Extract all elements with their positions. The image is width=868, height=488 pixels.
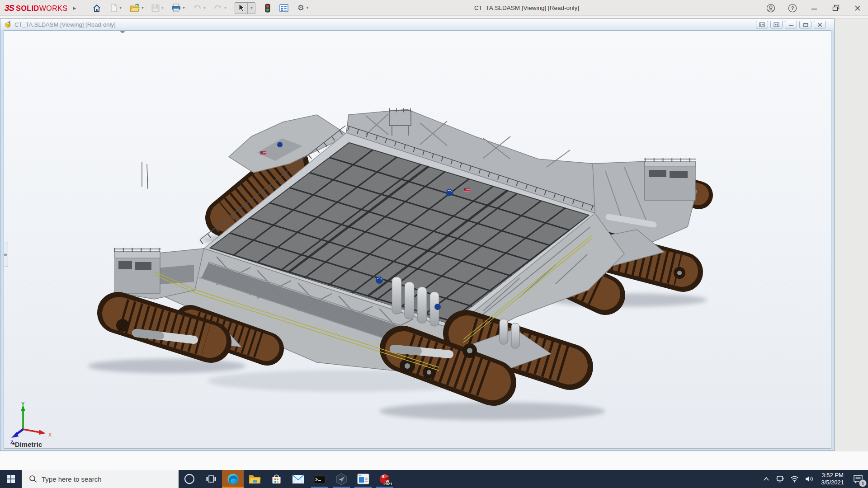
app-background	[835, 19, 868, 451]
doc-close-button[interactable]	[814, 21, 826, 28]
print-icon	[171, 4, 181, 12]
print-dropdown[interactable]: ▾	[183, 6, 185, 10]
restore-button[interactable]	[830, 2, 842, 14]
minimize-button[interactable]	[808, 2, 820, 14]
new-document-icon	[110, 4, 118, 12]
tray-wifi[interactable]	[787, 470, 802, 488]
chevron-up-icon	[763, 477, 769, 481]
window-title: CT_TA.SLDASM [Viewing] [Read-only]	[271, 0, 782, 16]
print-button[interactable]	[170, 2, 182, 14]
solidworks-logo: 3S SOLID WORKS	[5, 3, 68, 13]
select-cursor-icon	[237, 4, 245, 12]
system-window-icon	[357, 474, 369, 484]
command-prompt-icon	[314, 474, 326, 484]
tray-clock[interactable]: 3:52 PM 3/5/2021	[817, 470, 848, 488]
store-icon	[271, 474, 282, 485]
graphics-area[interactable]: Y X Z *Dimetric	[4, 30, 831, 449]
tray-display-connect[interactable]	[773, 470, 787, 488]
save-icon	[151, 4, 160, 12]
app-icon-file-explorer[interactable]	[244, 470, 265, 488]
tray-date: 3/5/2021	[821, 479, 844, 486]
open-dropdown[interactable]: ▾	[142, 6, 144, 10]
redo-dropdown[interactable]: ▾	[225, 6, 226, 10]
edrawings-hexagon-icon	[335, 473, 347, 485]
tray-time: 3:52 PM	[821, 472, 843, 479]
stoplight-button[interactable]	[264, 2, 272, 14]
user-account-icon	[766, 4, 775, 13]
system-tray: 3:52 PM 3/5/2021 1	[760, 470, 868, 488]
app-icon-system-window[interactable]	[352, 470, 374, 488]
save-button[interactable]	[150, 2, 161, 14]
app-icon-command-prompt[interactable]	[309, 470, 330, 488]
redo-button[interactable]	[212, 2, 224, 14]
home-icon	[92, 4, 101, 13]
solidworks-year-label: 2021	[383, 482, 392, 486]
app-icon-edrawings[interactable]	[330, 470, 352, 488]
app-icon-solidworks[interactable]: S W 2021	[374, 470, 396, 488]
document-window: CT_TA.SLDASM [Viewing] [Read-only]	[0, 19, 835, 451]
app-icon-store[interactable]	[265, 470, 287, 488]
left-cab	[114, 249, 161, 293]
assembly-document-icon	[4, 21, 12, 28]
collapse-right-pane-button[interactable]	[770, 21, 783, 28]
app-icon-cortana[interactable]	[179, 470, 200, 488]
task-view-button[interactable]	[200, 470, 222, 488]
display-connect-icon	[776, 475, 784, 483]
undo-icon	[193, 5, 202, 12]
undo-button[interactable]	[191, 2, 203, 14]
cortana-icon	[184, 473, 195, 485]
close-icon	[854, 5, 861, 11]
tray-chevron-up[interactable]	[760, 470, 773, 488]
app-icon-edge[interactable]	[222, 470, 244, 488]
collapse-left-icon	[759, 22, 765, 27]
menu-flyout-icon[interactable]: ▶	[73, 6, 76, 10]
orientation-triad: Y X Z	[9, 401, 59, 446]
document-title: CT_TA.SLDASM [Viewing] [Read-only]	[14, 21, 116, 28]
tray-volume[interactable]	[802, 470, 817, 488]
windows-logo-icon	[7, 475, 15, 483]
doc-minimize-icon	[788, 23, 794, 27]
new-document-button[interactable]	[109, 2, 119, 14]
save-dropdown[interactable]: ▾	[162, 6, 164, 10]
help-button[interactable]: ?	[787, 2, 798, 14]
view-orientation-label: *Dimetric	[12, 441, 42, 448]
new-document-dropdown[interactable]: ▾	[120, 6, 122, 10]
solidworks-application: 3S SOLID WORKS ▶ ▾ ▾ ▾	[0, 0, 868, 488]
action-center-button[interactable]: 1	[848, 470, 868, 488]
svg-text:S: S	[382, 474, 385, 479]
right-cab	[644, 159, 696, 200]
taskbar-search[interactable]	[22, 470, 179, 488]
mail-icon	[292, 474, 304, 484]
triad-y-label: Y	[21, 401, 25, 407]
select-tool-dropdown[interactable]: ▾	[247, 3, 255, 14]
undo-dropdown[interactable]: ▾	[204, 6, 206, 10]
task-view-icon	[206, 474, 217, 484]
crawler-transporter-model	[4, 31, 831, 449]
dassault-mark: 3S	[5, 3, 14, 13]
account-button[interactable]	[765, 2, 777, 14]
solidworks-2021-icon: S W 2021	[379, 473, 391, 485]
app-titlebar: 3S SOLID WORKS ▶ ▾ ▾ ▾	[0, 0, 868, 16]
doc-restore-icon	[803, 23, 808, 27]
edge-icon	[227, 473, 239, 485]
open-folder-icon	[129, 4, 140, 12]
restore-icon	[832, 5, 840, 12]
collapse-left-pane-button[interactable]	[756, 21, 768, 28]
windows-taskbar: S W 2021 3:52 PM 3/5/2021	[0, 470, 868, 488]
notification-badge: 1	[859, 479, 867, 487]
search-input[interactable]	[42, 470, 173, 488]
doc-restore-button[interactable]	[799, 21, 811, 28]
close-button[interactable]	[852, 2, 863, 14]
document-titlebar[interactable]: CT_TA.SLDASM [Viewing] [Read-only]	[0, 19, 834, 30]
open-button[interactable]	[128, 2, 141, 14]
search-icon	[29, 475, 37, 483]
collapse-right-icon	[774, 22, 779, 27]
featuremanager-splitter-handle[interactable]	[4, 243, 8, 267]
select-tool-button[interactable]	[235, 3, 247, 14]
app-icon-mail[interactable]	[287, 470, 309, 488]
start-button[interactable]	[0, 470, 22, 488]
home-button[interactable]	[91, 2, 103, 14]
wifi-icon	[790, 476, 799, 483]
redo-icon	[213, 5, 222, 12]
doc-minimize-button[interactable]	[785, 21, 797, 28]
